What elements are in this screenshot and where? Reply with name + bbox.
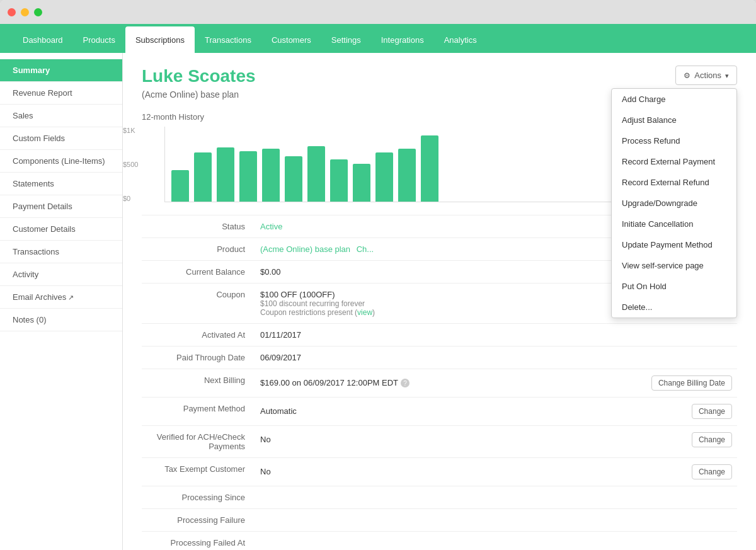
value-processing-failed-at <box>255 531 737 550</box>
plan-subtitle: (Acme Online) base plan <box>142 89 256 100</box>
actions-button[interactable]: Actions <box>675 66 737 85</box>
nav-products[interactable]: Products <box>73 26 125 53</box>
nav-settings[interactable]: Settings <box>321 26 371 53</box>
nav-subscriptions[interactable]: Subscriptions <box>125 26 195 53</box>
dropdown-process-refund[interactable]: Process Refund <box>612 130 736 151</box>
label-activated: Activated At <box>142 323 255 346</box>
bar-11 <box>398 149 416 201</box>
chart-bars-wrapper <box>164 127 624 202</box>
product-change-link[interactable]: Ch... <box>357 244 374 254</box>
bar-8 <box>330 159 348 202</box>
dropdown-record-external-refund[interactable]: Record External Refund <box>612 172 736 193</box>
label-product: Product <box>142 238 255 260</box>
main-content: Summary Revenue Report Sales Custom Fiel… <box>0 53 756 550</box>
payment-method-cell: Automatic Change <box>260 404 732 419</box>
tax-exempt-cell: No Change <box>260 464 732 479</box>
content-area: Luke Scoates (Acme Online) base plan Act… <box>123 53 756 550</box>
sidebar-item-summary[interactable]: Summary <box>0 59 122 82</box>
table-row-ach: Verified for ACH/eCheckPayments No Chang… <box>142 425 737 457</box>
chart-area: 12-month History $1K $500 $0 <box>142 112 624 202</box>
change-billing-date-button[interactable]: Change Billing Date <box>651 375 732 391</box>
maximize-button[interactable] <box>34 8 42 16</box>
bar-4 <box>239 151 257 202</box>
label-processing-failure: Processing Failure <box>142 508 255 531</box>
chevron-down-icon <box>725 71 729 80</box>
next-billing-value: $169.00 on 06/09/2017 12:00PM EDT? <box>260 378 410 388</box>
actions-container: Actions Add Charge Adjust Balance Proces… <box>675 66 737 85</box>
table-row-tax-exempt: Tax Exempt Customer No Change <box>142 457 737 486</box>
dropdown-put-on-hold[interactable]: Put On Hold <box>612 276 736 297</box>
nav-transactions[interactable]: Transactions <box>195 26 261 53</box>
actions-label: Actions <box>694 71 721 80</box>
label-coupon: Coupon <box>142 283 255 323</box>
sidebar-item-activity[interactable]: Activity <box>0 263 122 286</box>
external-link-icon <box>66 292 74 302</box>
table-row-next-billing: Next Billing $169.00 on 06/09/2017 12:00… <box>142 369 737 397</box>
bar-7 <box>307 146 325 202</box>
dropdown-adjust-balance[interactable]: Adjust Balance <box>612 110 736 130</box>
label-tax-exempt: Tax Exempt Customer <box>142 457 255 486</box>
ach-cell: No Change <box>260 432 732 447</box>
sidebar-item-notes[interactable]: Notes (0) <box>0 309 122 331</box>
label-balance: Current Balance <box>142 260 255 283</box>
coupon-view-link[interactable]: view <box>357 308 372 317</box>
bar-9 <box>353 164 370 202</box>
sidebar-item-sales[interactable]: Sales <box>0 105 122 127</box>
help-icon[interactable]: ? <box>401 379 410 387</box>
label-next-billing: Next Billing <box>142 369 255 397</box>
chart-y-labels: $1K $500 $0 <box>123 127 138 202</box>
customer-info: Luke Scoates (Acme Online) base plan <box>142 66 256 100</box>
dropdown-initiate-cancellation[interactable]: Initiate Cancellation <box>612 214 736 234</box>
dropdown-delete[interactable]: Delete... <box>612 297 736 318</box>
navbar: Dashboard Products Subscriptions Transac… <box>0 24 756 53</box>
table-row-activated: Activated At 01/11/2017 <box>142 323 737 346</box>
content-header: Luke Scoates (Acme Online) base plan Act… <box>142 66 737 100</box>
minimize-button[interactable] <box>21 8 29 16</box>
actions-dropdown: Add Charge Adjust Balance Process Refund… <box>611 88 737 318</box>
sidebar-item-statements[interactable]: Statements <box>0 173 122 195</box>
value-activated: 01/11/2017 <box>255 323 737 346</box>
table-row-processing-since: Processing Since <box>142 486 737 508</box>
sidebar-item-components[interactable]: Components (Line-Items) <box>0 150 122 173</box>
close-button[interactable] <box>8 8 16 16</box>
dropdown-record-external-payment[interactable]: Record External Payment <box>612 151 736 172</box>
nav-analytics[interactable]: Analytics <box>434 26 487 53</box>
tax-exempt-value: No <box>260 467 271 476</box>
value-next-billing: $169.00 on 06/09/2017 12:00PM EDT? Chang… <box>255 369 737 397</box>
value-processing-since <box>255 486 737 508</box>
sidebar-item-email-archives[interactable]: Email Archives <box>0 286 122 309</box>
bar-3 <box>217 147 234 202</box>
dropdown-upgrade-downgrade[interactable]: Upgrade/Downgrade <box>612 193 736 214</box>
sidebar-item-revenue-report[interactable]: Revenue Report <box>0 82 122 105</box>
sidebar-item-payment-details[interactable]: Payment Details <box>0 195 122 218</box>
dropdown-view-self-service[interactable]: View self-service page <box>612 255 736 276</box>
sidebar-item-custom-fields[interactable]: Custom Fields <box>0 127 122 150</box>
nav-customers[interactable]: Customers <box>261 26 321 53</box>
value-processing-failure <box>255 508 737 531</box>
change-ach-button[interactable]: Change <box>692 432 732 447</box>
label-payment-method: Payment Method <box>142 397 255 425</box>
sidebar-item-transactions[interactable]: Transactions <box>0 241 122 263</box>
bar-1 <box>171 170 189 202</box>
change-tax-exempt-button[interactable]: Change <box>692 464 732 479</box>
bar-10 <box>375 152 393 201</box>
value-ach: No Change <box>255 425 737 457</box>
table-row-processing-failed-at: Processing Failed At <box>142 531 737 550</box>
dropdown-add-charge[interactable]: Add Charge <box>612 89 736 110</box>
dropdown-update-payment-method[interactable]: Update Payment Method <box>612 234 736 255</box>
nav-dashboard[interactable]: Dashboard <box>13 26 73 53</box>
next-billing-cell: $169.00 on 06/09/2017 12:00PM EDT? Chang… <box>260 375 732 391</box>
sidebar-item-customer-details[interactable]: Customer Details <box>0 218 122 241</box>
label-status: Status <box>142 215 255 238</box>
label-processing-since: Processing Since <box>142 486 255 508</box>
chart-bars <box>165 127 624 202</box>
table-row-processing-failure: Processing Failure <box>142 508 737 531</box>
payment-method-value: Automatic <box>260 406 297 416</box>
ach-value: No <box>260 435 271 444</box>
chart-title: 12-month History <box>142 112 624 122</box>
bar-6 <box>285 156 302 201</box>
label-paid-through: Paid Through Date <box>142 346 255 369</box>
product-link[interactable]: (Acme Online) base plan <box>260 244 350 254</box>
nav-integrations[interactable]: Integrations <box>371 26 434 53</box>
change-payment-method-button[interactable]: Change <box>692 404 732 419</box>
